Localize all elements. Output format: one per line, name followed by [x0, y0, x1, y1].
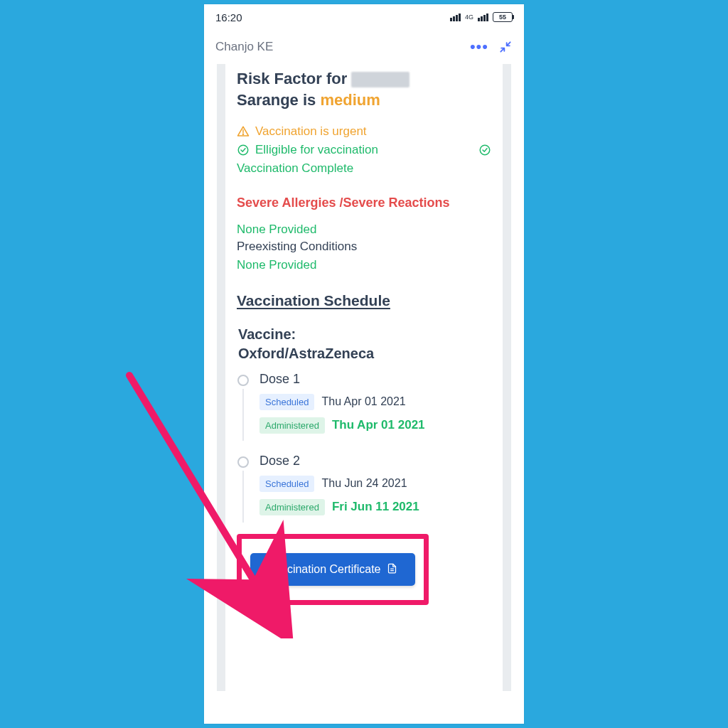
profile-card: Risk Factor for Sarange is medium Vaccin…	[217, 64, 511, 691]
app-header: Chanjo KE •••	[204, 30, 524, 64]
vaccination-certificate-button[interactable]: Vaccination Certificate	[250, 553, 415, 586]
administered-pill: Administered	[259, 417, 325, 434]
timeline-line	[242, 471, 244, 523]
timeline-circle-icon	[237, 375, 249, 386]
allergies-value: None Provided	[237, 223, 491, 237]
status-right: 4G 55	[450, 12, 513, 22]
risk-prefix: Risk Factor for	[237, 70, 351, 87]
timeline-circle-icon	[237, 456, 249, 468]
svg-point-3	[480, 146, 490, 156]
vaccine-name: Vaccine: Oxford/AstraZeneca	[237, 325, 491, 363]
status-eligible-row: Elligible for vaccination	[237, 143, 491, 157]
certificate-button-label: Vaccination Certificate	[269, 563, 381, 576]
status-complete: Vaccination Complete	[237, 161, 491, 176]
content-area: Risk Factor for Sarange is medium Vaccin…	[204, 64, 524, 691]
administered-date: Fri Jun 11 2021	[332, 500, 419, 514]
conditions-value: None Provided	[237, 258, 491, 272]
administered-pill: Administered	[259, 499, 325, 515]
document-icon	[387, 563, 397, 575]
status-urgent-text: Vaccination is urgent	[255, 124, 367, 139]
redacted-name	[351, 72, 410, 87]
scheduled-row: Scheduled Thu Apr 01 2021	[259, 394, 491, 410]
dose-timeline	[237, 372, 250, 441]
check-circle-icon	[478, 144, 491, 156]
warning-icon	[237, 125, 250, 138]
status-eligible-text: Elligible for vaccination	[255, 143, 378, 157]
scheduled-date: Thu Jun 24 2021	[321, 477, 407, 490]
status-list: Vaccination is urgent Elligible for vacc…	[237, 124, 491, 176]
dose-title: Dose 2	[259, 454, 491, 469]
android-nav-bar	[204, 691, 524, 724]
vaccine-label: Vaccine:	[238, 326, 296, 342]
svg-point-2	[238, 146, 248, 156]
administered-date: Thu Apr 01 2021	[332, 418, 425, 432]
timeline-line	[242, 389, 244, 441]
phone-frame: 16:20 4G 55 Chanjo KE •••	[204, 4, 524, 724]
scheduled-pill: Scheduled	[259, 394, 314, 410]
status-urgent: Vaccination is urgent	[237, 124, 491, 139]
svg-point-1	[242, 134, 243, 135]
certificate-highlight-box: Vaccination Certificate	[237, 534, 429, 605]
schedule-title: Vaccination Schedule	[237, 292, 491, 309]
risk-level: medium	[320, 91, 380, 109]
status-bar: 16:20 4G 55	[204, 4, 524, 30]
signal-sim1-icon	[450, 14, 461, 21]
vaccine-name-text: Oxford/AstraZeneca	[238, 346, 374, 361]
dose-block: Dose 2 Scheduled Thu Jun 24 2021 Adminis…	[237, 454, 491, 523]
more-icon[interactable]: •••	[470, 38, 488, 56]
scheduled-row: Scheduled Thu Jun 24 2021	[259, 476, 491, 492]
conditions-label: Preexisting Conditions	[237, 240, 491, 254]
administered-row: Administered Thu Apr 01 2021	[259, 417, 491, 434]
risk-name-line2: Sarange is	[237, 91, 320, 109]
clock: 16:20	[215, 11, 242, 23]
network-type: 4G	[465, 14, 473, 21]
check-circle-icon	[237, 144, 250, 156]
risk-heading: Risk Factor for Sarange is medium	[237, 68, 491, 110]
signal-sim2-icon	[478, 14, 488, 21]
dose-block: Dose 1 Scheduled Thu Apr 01 2021 Adminis…	[237, 372, 491, 441]
administered-row: Administered Fri Jun 11 2021	[259, 499, 491, 515]
scheduled-date: Thu Apr 01 2021	[321, 395, 405, 408]
allergies-heading: Severe Allergies /Severe Reactions	[237, 194, 491, 212]
app-title: Chanjo KE	[215, 40, 273, 54]
dose-timeline	[237, 454, 250, 523]
allergies-heading-a: Severe Allergies	[237, 196, 339, 210]
minimize-icon[interactable]	[498, 40, 513, 54]
scheduled-pill: Scheduled	[259, 476, 314, 492]
battery-icon: 55	[493, 12, 513, 22]
dose-title: Dose 1	[259, 372, 491, 387]
status-complete-text: Vaccination Complete	[237, 161, 353, 176]
allergies-heading-b: Severe Reactions	[343, 196, 449, 210]
